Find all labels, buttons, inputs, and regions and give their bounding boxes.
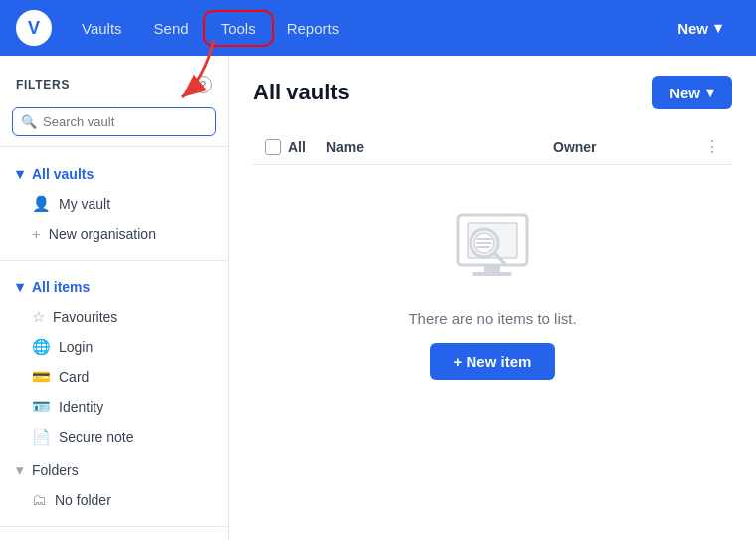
content-header: All vaults New ▾: [253, 76, 732, 109]
svg-rect-4: [472, 272, 512, 276]
app-logo[interactable]: V: [16, 10, 52, 46]
chevron-down-icon-folders: ▾: [16, 461, 24, 479]
chevron-down-icon-items: ▾: [16, 278, 24, 296]
divider-1: [0, 146, 228, 147]
help-icon[interactable]: ?: [194, 76, 212, 93]
top-navigation: V Vaults Send Tools Reports New ▾: [0, 0, 756, 56]
folders-group: ▾ Folders 🗂 No folder: [0, 453, 228, 516]
nav-item-vaults[interactable]: Vaults: [68, 14, 136, 43]
card-icon: 💳: [32, 368, 51, 386]
card-item[interactable]: 💳 Card: [0, 362, 228, 392]
filters-label: FILTERS: [16, 78, 70, 91]
nav-item-send[interactable]: Send: [140, 14, 203, 43]
note-icon: 📄: [32, 428, 51, 446]
filters-header: FILTERS ?: [0, 72, 228, 97]
secure-note-item[interactable]: 📄 Secure note: [0, 422, 228, 451]
favourites-item[interactable]: ☆ Favourites: [0, 302, 228, 332]
items-group: ▾ All items ☆ Favourites 🌐 Login 💳 Card …: [0, 270, 228, 453]
new-button-nav[interactable]: New ▾: [660, 11, 740, 45]
new-organisation-item[interactable]: + New organisation: [0, 219, 228, 248]
sidebar: FILTERS ? 🔍 ▾ All vaults 👤 My vault + Ne…: [0, 56, 229, 540]
search-icon: 🔍: [21, 114, 37, 129]
my-vault-item[interactable]: 👤 My vault: [0, 189, 228, 219]
globe-icon: 🌐: [32, 338, 51, 356]
vaults-group: ▾ All vaults 👤 My vault + New organisati…: [0, 157, 228, 250]
empty-message: There are no items to list.: [408, 310, 576, 327]
column-all: All: [265, 139, 306, 155]
divider-2: [0, 260, 228, 261]
folders-item[interactable]: ▾ Folders: [0, 455, 228, 485]
nav-items: Vaults Send Tools Reports: [68, 14, 353, 43]
svg-rect-3: [484, 265, 500, 272]
plus-icon: +: [32, 225, 41, 242]
all-items-item[interactable]: ▾ All items: [0, 272, 228, 302]
column-owner: Owner: [553, 139, 692, 155]
nav-item-reports[interactable]: Reports: [274, 14, 354, 43]
nav-item-tools[interactable]: Tools: [207, 14, 270, 43]
page-title: All vaults: [253, 80, 350, 105]
search-input[interactable]: [43, 114, 207, 129]
identity-item[interactable]: 🪪 Identity: [0, 392, 228, 422]
new-button-content[interactable]: New ▾: [652, 76, 732, 109]
all-vaults-item[interactable]: ▾ All vaults: [0, 159, 228, 189]
content-area: All vaults New ▾ All Name Owner ⋮: [229, 56, 756, 540]
select-all-checkbox[interactable]: [265, 139, 281, 155]
divider-3: [0, 526, 228, 527]
star-icon: ☆: [32, 308, 45, 326]
folder-icon: 🗂: [32, 491, 47, 508]
login-item[interactable]: 🌐 Login: [0, 332, 228, 362]
no-folder-item[interactable]: 🗂 No folder: [0, 485, 228, 514]
search-box[interactable]: 🔍: [12, 107, 216, 136]
id-icon: 🪪: [32, 398, 51, 416]
person-icon: 👤: [32, 195, 51, 213]
new-item-button[interactable]: + New item: [430, 343, 556, 380]
chevron-down-icon: ▾: [16, 165, 24, 183]
main-layout: FILTERS ? 🔍 ▾ All vaults 👤 My vault + Ne…: [0, 56, 756, 540]
empty-illustration: [433, 205, 552, 294]
table-header: All Name Owner ⋮: [253, 129, 732, 165]
empty-state: There are no items to list. + New item: [253, 165, 732, 420]
more-options-icon[interactable]: ⋮: [704, 137, 720, 156]
column-name: Name: [326, 139, 541, 155]
